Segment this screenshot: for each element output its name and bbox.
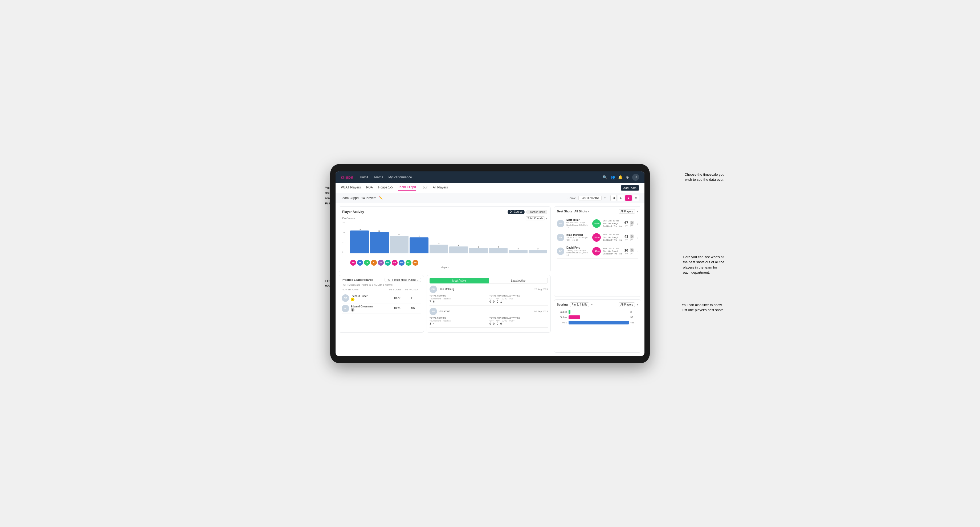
shot-badge-ford: 198 SG xyxy=(592,247,601,256)
all-players-chevron-icon: ▾ xyxy=(637,210,638,213)
sub-nav-hcaps[interactable]: Hcaps 1-5 xyxy=(378,186,393,190)
shot-stats-ford: 16 yds 0 yds xyxy=(625,248,634,254)
view-grid4-button[interactable]: ⊞ xyxy=(610,195,617,201)
shot-detail-3-ford: End Lie: In The Hole xyxy=(603,252,622,255)
practice-values: 0 0 0 1 xyxy=(490,300,548,303)
app-label-britt: APP xyxy=(496,320,500,322)
view-heart-button[interactable]: ♥ xyxy=(625,195,632,201)
all-shots-tab[interactable]: All Shots xyxy=(574,210,587,213)
arg-val-britt: 0 xyxy=(497,322,498,325)
chevron-right-mcharg[interactable]: › xyxy=(637,235,638,240)
shot-detail-1-ford: Shot Dist: 16 yds xyxy=(603,247,622,250)
scoring-par-dropdown[interactable]: Par 3, 4 & 5s xyxy=(570,302,589,307)
arg-label-britt: ARG xyxy=(502,320,507,322)
show-dropdown[interactable]: Last 3 months xyxy=(578,195,601,200)
search-icon[interactable]: 🔍 xyxy=(603,175,607,179)
tablet-screen: clippd Home Teams My Performance 🔍 👥 🔔 ⊕… xyxy=(336,171,644,356)
rounds-sub-labels: Tournament Practice xyxy=(430,298,488,300)
pb-avg-butler: 110 xyxy=(405,297,421,300)
sub-nav-all-players[interactable]: All Players xyxy=(433,186,448,190)
people-icon[interactable]: 👥 xyxy=(610,175,615,179)
left-panel: Player Activity On Course Practice Drill… xyxy=(336,203,554,356)
nav-home[interactable]: Home xyxy=(360,175,368,179)
nav-my-performance[interactable]: My Performance xyxy=(388,175,412,179)
chevron-right-miller[interactable]: › xyxy=(637,221,638,226)
on-course-tab[interactable]: On Course xyxy=(508,210,525,214)
shot-player-name-ford: David Ford xyxy=(566,246,590,249)
bar-label-10: 10 xyxy=(398,234,400,236)
most-active-tab[interactable]: Most Active xyxy=(430,278,488,284)
app-val: 0 xyxy=(493,300,495,303)
right-panel: Best Shots All Shots ▾ All Players ▾ MM xyxy=(554,203,644,356)
all-players-dropdown[interactable]: All Players xyxy=(619,209,635,214)
user-avatar[interactable]: U xyxy=(632,174,639,181)
sub-nav-pgat-players[interactable]: PGAT Players xyxy=(341,186,361,190)
bar-label-3b: 3 xyxy=(498,246,499,248)
least-active-tab[interactable]: Least Active xyxy=(488,278,548,284)
bar-mcharg xyxy=(350,230,369,253)
bar-label-12: 12 xyxy=(379,230,380,232)
shot-badge-sub-ford: SG xyxy=(597,251,600,252)
rounds-sub-labels-britt: Tournament Practice xyxy=(430,320,488,322)
view-list-button[interactable]: ≡ xyxy=(633,195,639,201)
avatar-butler: RB xyxy=(392,260,398,266)
putt-label: PUTT xyxy=(509,298,514,300)
practice-val-britt: 4 xyxy=(433,322,435,325)
sub-nav-tour[interactable]: Tour xyxy=(421,186,428,190)
view-grid2-button[interactable]: ⊟ xyxy=(618,195,624,201)
total-rounds-label: Total Rounds xyxy=(430,295,488,297)
chart-total-rounds-dropdown[interactable]: Total Rounds xyxy=(526,216,545,221)
plus-circle-icon[interactable]: ⊕ xyxy=(626,175,629,179)
total-practice-label: Total Practice Activities xyxy=(490,295,548,297)
practice-title: Practice Leaderboards xyxy=(342,278,373,281)
scoring-players-dropdown[interactable]: All Players xyxy=(619,302,635,307)
scoring-row-pars: Pars 499 xyxy=(557,321,638,324)
total-rounds-label-britt: Total Rounds xyxy=(430,317,488,319)
tablet-frame: clippd Home Teams My Performance 🔍 👥 🔔 ⊕… xyxy=(330,164,650,363)
active-player-header-britt: RB Rees Britt 02 Sep 2023 xyxy=(430,308,548,315)
practice-drills-tab[interactable]: Practice Drills xyxy=(526,210,547,214)
shot-item-miller[interactable]: MM Matt Miller 09 Jun 2023 · Royal North… xyxy=(557,216,638,231)
shot-item-ford[interactable]: DF David Ford 24 Aug 2023 · Royal North … xyxy=(557,244,638,259)
shot-detail-1-mcharg: Shot Dist: 43 yds xyxy=(603,233,622,236)
edit-icon[interactable]: ✏️ xyxy=(379,196,383,200)
bottom-row: Practice Leaderboards PUTT Must Make Put… xyxy=(339,275,551,333)
sub-nav-team-clippd[interactable]: Team Clippd xyxy=(398,185,416,190)
shot-item-mcharg[interactable]: BM Blair McHarg 23 Jul 2023 · Ashridge G… xyxy=(557,231,638,244)
bar-group-butler: 3 xyxy=(469,246,488,253)
birdies-label: Birdies xyxy=(557,316,567,319)
scoring-bars: Eagles 3 Birdies xyxy=(557,309,638,327)
add-team-button[interactable]: Add Team xyxy=(621,185,639,190)
nav-teams[interactable]: Teams xyxy=(374,175,383,179)
active-date-britt: 02 Sep 2023 xyxy=(534,310,548,313)
scoring-players-chevron-icon: ▾ xyxy=(637,303,638,306)
shot-detail-3-miller: End Lie: In The Hole xyxy=(603,225,622,227)
col-player-name: PLAYER NAME xyxy=(342,288,389,291)
chart-section: On Course Total Rounds ▾ xyxy=(342,216,547,221)
avatar-mcharg: BM xyxy=(350,260,356,266)
bar-miller xyxy=(489,248,508,253)
practice-sub-labels-britt: GTT APP ARG PUTT xyxy=(490,320,548,322)
chart-footer-label: Players xyxy=(342,266,547,269)
col-pb-score: PB SCORE xyxy=(389,288,405,291)
stat-val-ford: 16 xyxy=(625,248,628,252)
rounds-values-britt: 8 4 xyxy=(430,322,488,325)
chevron-right-ford[interactable]: › xyxy=(637,249,638,253)
bell-icon[interactable]: 🔔 xyxy=(618,175,623,179)
rank-badge-1: 1 xyxy=(351,298,355,301)
sub-nav-pga[interactable]: PGA xyxy=(366,186,373,190)
stat-unit-ford: yds xyxy=(625,252,628,254)
practice-label-britt: Practice xyxy=(443,320,450,322)
shot-detail-2-miller: Start Lie: Rough xyxy=(603,222,622,225)
practice-dropdown[interactable]: PUTT Must Make Putting ... xyxy=(385,278,421,282)
scoring-card: Scoring Par 3, 4 & 5s ▾ All Players ▾ Ea… xyxy=(554,300,641,352)
sub-nav: PGAT Players PGA Hcaps 1-5 Team Clippd T… xyxy=(336,183,644,193)
y-label-10: 10 xyxy=(342,231,345,234)
bar-group-crossman: 2 xyxy=(509,248,527,253)
avatar-billingham: GB xyxy=(385,260,391,266)
bar-chart: 15 10 5 0 13 xyxy=(342,221,547,269)
bar-crossman xyxy=(509,250,527,253)
app-label: APP xyxy=(496,298,500,300)
chart-chevron-icon: ▾ xyxy=(546,217,547,220)
player-name-butler: Richard Butler xyxy=(351,295,368,298)
